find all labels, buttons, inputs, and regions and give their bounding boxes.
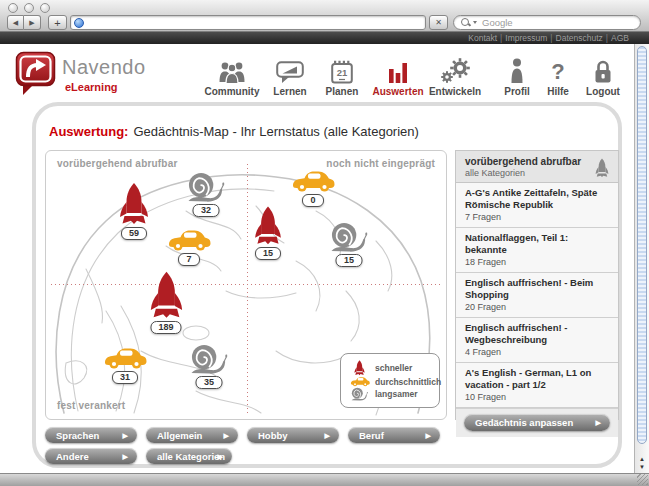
stop-button[interactable]: ✕ <box>429 15 448 30</box>
car-icon <box>103 346 147 370</box>
chevron-down-icon <box>473 21 477 24</box>
lesson-title: A-G's Antike Zeittafeln, Späte Römische … <box>465 187 609 210</box>
back-button[interactable]: ◀ <box>7 15 24 30</box>
link-separator: | <box>500 32 502 44</box>
forward-button[interactable]: ▶ <box>24 15 41 30</box>
list-item[interactable]: Englisch auffrischen! - Wegbeschreibung … <box>456 318 618 363</box>
quadrant-label-top-left: vorübergehend abrufbar <box>57 158 178 169</box>
top-link-bar: Kontakt | Impressum | Datenschutz | AGB <box>0 32 649 44</box>
stop-icon: ✕ <box>435 18 442 27</box>
list-item[interactable]: A's English - German, L1 on vacation - p… <box>456 363 618 408</box>
page-content: Navendo eLearning Community Lernen <box>0 44 649 473</box>
lesson-title: Englisch auffrischen! - Beim Shopping <box>465 277 609 300</box>
link-datenschutz[interactable]: Datenschutz <box>556 32 603 44</box>
vertical-scrollbar: ▲ ▼ <box>634 44 649 473</box>
lesson-title: A's English - German, L1 on vacation - p… <box>465 367 609 390</box>
sidebar-header: vorübergehend abrufbar alle Kategorien <box>456 151 618 183</box>
button-label: Sprachen <box>56 430 99 441</box>
scroll-up-icon[interactable]: ▲ <box>639 456 645 462</box>
adjust-memory-button[interactable]: Gedächtnis anpassen ▶ <box>464 414 610 431</box>
category-button-row-2: Andere ▶ alle Kategorien ▶ <box>45 448 232 464</box>
car-icon <box>350 376 370 387</box>
rocket-icon <box>354 360 365 376</box>
content-panel: Auswertung:Gedächtnis-Map - Ihr Lernstat… <box>32 102 622 468</box>
new-tab-button[interactable]: + <box>48 15 67 30</box>
count-badge: 15 <box>255 247 281 260</box>
button-label: Beruf <box>359 430 384 441</box>
car-icon <box>291 169 335 193</box>
legend-row: schneller <box>349 360 431 376</box>
arrow-right-icon: ▶ <box>218 453 223 460</box>
sidebar-footer: Gedächtnis anpassen ▶ <box>456 408 618 437</box>
gears-icon <box>439 58 471 84</box>
quadrant-divider-horizontal <box>51 284 441 285</box>
padlock-icon <box>593 58 613 84</box>
page-title-prefix: Auswertung: <box>49 124 128 139</box>
arrow-right-icon: ▶ <box>123 432 128 439</box>
link-kontakt[interactable]: Kontakt <box>468 32 497 44</box>
nav-item-logout[interactable]: Logout <box>566 54 640 97</box>
page-title-text: Gedächtnis-Map - Ihr Lernstatus (alle Ka… <box>133 124 418 139</box>
quadrant-label-bottom-left: fest verankert <box>57 400 125 411</box>
map-item-rocket: 59 <box>119 182 149 240</box>
map-item-rocket: 189 <box>150 276 181 334</box>
arrow-right-icon: ▶ <box>596 419 601 426</box>
count-badge: 35 <box>196 376 222 389</box>
snail-icon <box>331 221 368 253</box>
lesson-questions: 18 Fragen <box>465 257 609 267</box>
list-item[interactable]: Nationalflaggen, Teil 1: bekannte 18 Fra… <box>456 228 618 273</box>
map-legend: schneller durchschnittlich langsamer <box>340 353 440 408</box>
globe-icon <box>74 18 84 28</box>
arrow-right-icon: ▶ <box>325 432 330 439</box>
legend-label: langsamer <box>375 389 418 399</box>
count-badge: 189 <box>150 321 181 334</box>
sidebar-header-subtitle: alle Kategorien <box>465 168 609 178</box>
bar-chart-icon <box>388 60 408 84</box>
address-bar[interactable] <box>70 15 426 30</box>
legend-label: durchschnittlich <box>375 377 441 387</box>
map-item-rocket: 15 <box>253 202 283 260</box>
search-input[interactable]: Google <box>453 15 641 30</box>
scrollbar-thumb[interactable] <box>637 46 647 444</box>
count-badge: 32 <box>193 204 219 217</box>
calendar-icon: 21 <box>331 60 353 84</box>
lesson-questions: 10 Fragen <box>465 392 609 402</box>
speech-bubble-chart-icon <box>276 61 304 84</box>
link-impressum[interactable]: Impressum <box>505 32 547 44</box>
arrow-right-icon: ▶ <box>224 432 229 439</box>
resize-grip[interactable] <box>637 474 648 485</box>
zoom-window-button[interactable] <box>40 3 50 13</box>
rocket-icon <box>595 158 609 178</box>
category-button-hobby[interactable]: Hobby ▶ <box>247 427 339 443</box>
car-icon <box>167 228 211 252</box>
scroll-down-icon[interactable]: ▼ <box>639 464 645 470</box>
close-window-button[interactable] <box>8 3 18 13</box>
calendar-day-text: 21 <box>337 67 348 78</box>
map-item-snail: 15 <box>331 221 368 267</box>
arrow-right-icon: ▶ <box>426 432 431 439</box>
category-button-andere[interactable]: Andere ▶ <box>45 448 137 464</box>
rocket-icon <box>254 206 282 246</box>
quadrant-divider-vertical <box>247 164 248 414</box>
minimize-window-button[interactable] <box>24 3 34 13</box>
list-item[interactable]: Englisch auffrischen! - Beim Shopping 20… <box>456 273 618 318</box>
community-icon <box>217 60 247 84</box>
category-button-beruf[interactable]: Beruf ▶ <box>348 427 440 443</box>
question-mark-icon: ? <box>551 60 564 84</box>
count-badge: 7 <box>178 253 199 266</box>
lesson-title: Nationalflaggen, Teil 1: bekannte <box>465 232 609 255</box>
browser-toolbar: ◀ ▶ + ✕ Google <box>7 14 641 31</box>
category-button-allgemein[interactable]: Allgemein ▶ <box>146 427 238 443</box>
sidebar-header-title: vorübergehend abrufbar <box>465 156 609 167</box>
list-item[interactable]: A-G's Antike Zeittafeln, Späte Römische … <box>456 183 618 228</box>
category-button-row-1: Sprachen ▶ Allgemein ▶ Hobby ▶ Beruf ▶ <box>45 427 440 443</box>
map-item-snail: 35 <box>191 343 228 389</box>
category-button-sprachen[interactable]: Sprachen ▶ <box>45 427 137 443</box>
link-agb[interactable]: AGB <box>611 32 629 44</box>
count-badge: 31 <box>112 371 138 384</box>
category-button-alle-kategorien[interactable]: alle Kategorien ▶ <box>146 448 232 464</box>
browser-titlebar: ◀ ▶ + ✕ Google <box>0 0 649 32</box>
map-item-snail: 32 <box>188 171 225 217</box>
quadrant-label-top-right: noch nicht eingeprägt <box>326 158 435 169</box>
lesson-title: Englisch auffrischen! - Wegbeschreibung <box>465 322 609 345</box>
